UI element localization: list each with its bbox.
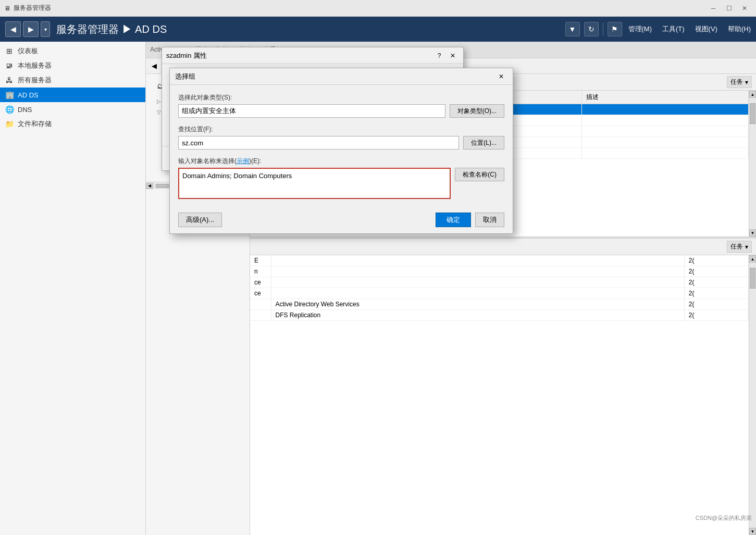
sidebar-label-dashboard: 仪表板: [18, 46, 38, 56]
sidebar-item-all-servers[interactable]: 🖧 所有服务器: [0, 73, 145, 88]
property-close-btn[interactable]: ✕: [447, 50, 459, 61]
sidebar-label-all-servers: 所有服务器: [18, 76, 52, 85]
row-desc: [581, 126, 748, 137]
service-desc-3: [271, 277, 684, 288]
menu-items[interactable]: 管理(M) 工具(T) 视图(V) 帮助(H): [628, 24, 751, 34]
table-row[interactable]: Active Directory Web Services 2(: [250, 299, 749, 310]
service-desc-4: [271, 288, 684, 299]
location-row: 位置(L)...: [178, 136, 504, 150]
app-icon: 🖥: [4, 5, 10, 12]
check-names-button[interactable]: 检查名称(C): [455, 168, 504, 181]
sidebar-label-local-server: 本地服务器: [18, 61, 52, 70]
scroll-up-btn-2[interactable]: ▲: [749, 255, 756, 263]
task-dropdown-1[interactable]: 任务 ▾: [727, 76, 752, 88]
sidebar-item-local-server[interactable]: 🖳 本地服务器: [0, 58, 145, 73]
back-tree-btn[interactable]: ◀: [148, 60, 160, 72]
dns-icon: 🌐: [4, 104, 15, 115]
tools-menu[interactable]: 工具(T): [662, 24, 685, 34]
ad-web-services-label: Active Directory Web Services: [271, 299, 684, 310]
scroll-up-btn-1[interactable]: ▲: [749, 91, 756, 98]
title-bar-left: 🖥 服务器管理器: [4, 4, 51, 13]
location-button[interactable]: 位置(L)...: [463, 136, 504, 150]
property-help-btn[interactable]: ?: [433, 50, 445, 61]
refresh-icon[interactable]: ↻: [584, 22, 599, 36]
task-dropdown-arrow-2: ▾: [745, 243, 748, 251]
minimize-button[interactable]: ─: [706, 3, 721, 14]
task-dropdown-arrow: ▾: [745, 79, 748, 86]
menu-bar: ◀ ▶ ▾ 服务器管理器 ▶ AD DS ▼ ↻ ⚑ 管理(M) 工具(T) 视…: [0, 17, 756, 42]
sg-ok-button[interactable]: 确定: [436, 213, 471, 227]
watermark: CSDN@朵朵的私房菜: [696, 514, 752, 522]
scroll-thumb-2: [750, 268, 755, 289]
sidebar-label-file-storage: 文件和存储: [18, 119, 52, 129]
scroll-down-btn-1[interactable]: ▼: [749, 229, 756, 237]
table-row[interactable]: DFS Replication 2(: [250, 310, 749, 321]
manage-menu[interactable]: 管理(M): [628, 24, 652, 34]
location-input[interactable]: [178, 136, 459, 150]
service-name-3: ce: [250, 277, 271, 288]
service-name-2: n: [250, 266, 271, 277]
toolbar-icons: ▼ ↻ ⚑: [565, 22, 622, 36]
row-desc: [581, 115, 748, 126]
select-group-title-bar: 选择组 ✕: [170, 68, 513, 85]
file-storage-icon: 📁: [4, 119, 15, 129]
select-group-title-text: 选择组: [175, 72, 195, 81]
lower-content-table: E 2( n 2( ce: [250, 255, 749, 321]
sidebar-item-file-storage[interactable]: 📁 文件和存储: [0, 117, 145, 131]
v-scrollbar-1[interactable]: ▲ ▼: [749, 91, 756, 237]
sidebar-item-dashboard[interactable]: ⊞ 仪表板: [0, 44, 145, 58]
ad-web-services-value: 2(: [684, 299, 748, 310]
service-name-5: [250, 299, 271, 310]
object-name-input-box[interactable]: Domain Admins; Domain Computers: [178, 168, 451, 199]
window-controls[interactable]: ─ ☐ ✕: [706, 3, 752, 14]
property-dialog-title-text: szadmin 属性: [166, 51, 207, 60]
search-icon[interactable]: ▼: [565, 22, 580, 36]
object-type-button[interactable]: 对象类型(O)...: [450, 104, 504, 118]
scroll-left-btn[interactable]: ◀: [146, 183, 153, 189]
v-scrollbar-2[interactable]: ▲ ▼: [749, 255, 756, 535]
flag-icon[interactable]: ⚑: [608, 22, 622, 36]
sg-bottom-right: 确定 取消: [436, 213, 504, 227]
enter-object-label: 输入对象名称来选择(示例)(E):: [178, 157, 504, 166]
sg-bottom-buttons: 高级(A)... 确定 取消: [178, 213, 504, 227]
back-button[interactable]: ◀: [5, 21, 21, 37]
sidebar: ⊞ 仪表板 🖳 本地服务器 🖧 所有服务器 🏢 AD DS 🌐 DNS 📁: [0, 42, 146, 535]
property-dialog-controls[interactable]: ? ✕: [433, 50, 459, 61]
example-link[interactable]: 示例: [237, 157, 249, 165]
service-name-6: [250, 310, 271, 321]
table-row[interactable]: E 2(: [250, 255, 749, 266]
service-name: E: [250, 255, 271, 266]
adds-icon: 🏢: [4, 90, 15, 100]
task-dropdown-2[interactable]: 任务 ▾: [727, 241, 752, 253]
all-servers-icon: 🖧: [4, 75, 15, 85]
table-row[interactable]: ce 2(: [250, 288, 749, 299]
sidebar-item-adds[interactable]: 🏢 AD DS: [0, 88, 145, 102]
view-menu[interactable]: 视图(V): [695, 24, 717, 34]
object-type-row: 对象类型(O)...: [178, 104, 504, 118]
sidebar-items: ⊞ 仪表板 🖳 本地服务器 🖧 所有服务器 🏢 AD DS 🌐 DNS 📁: [0, 42, 145, 133]
advanced-button[interactable]: 高级(A)...: [178, 213, 222, 227]
nav-buttons[interactable]: ◀ ▶ ▾: [5, 21, 50, 37]
service-value-2: 2(: [684, 266, 748, 277]
table-row[interactable]: ce 2(: [250, 277, 749, 288]
row-desc: [581, 148, 748, 159]
scroll-track-2: [749, 263, 756, 528]
service-desc: [271, 255, 684, 266]
sg-controls[interactable]: ✕: [495, 71, 507, 82]
sidebar-item-dns[interactable]: 🌐 DNS: [0, 102, 145, 117]
nav-dropdown-button[interactable]: ▾: [41, 21, 50, 37]
forward-button[interactable]: ▶: [23, 21, 39, 37]
close-button[interactable]: ✕: [737, 3, 752, 14]
help-menu[interactable]: 帮助(H): [728, 24, 751, 34]
object-type-input[interactable]: [178, 104, 445, 118]
dfs-replication-value: 2(: [684, 310, 748, 321]
select-group-content: 选择此对象类型(S): 对象类型(O)... 查找位置(F): 位置(L)...…: [170, 85, 513, 233]
table-row[interactable]: n 2(: [250, 266, 749, 277]
service-desc-2: [271, 266, 684, 277]
sg-bottom-left: 高级(A)...: [178, 213, 222, 227]
sg-cancel-button[interactable]: 取消: [475, 213, 504, 227]
sg-close-button[interactable]: ✕: [495, 71, 507, 82]
scroll-down-btn-2[interactable]: ▼: [749, 528, 756, 535]
maximize-button[interactable]: ☐: [722, 3, 736, 14]
sidebar-label-adds: AD DS: [18, 91, 39, 99]
